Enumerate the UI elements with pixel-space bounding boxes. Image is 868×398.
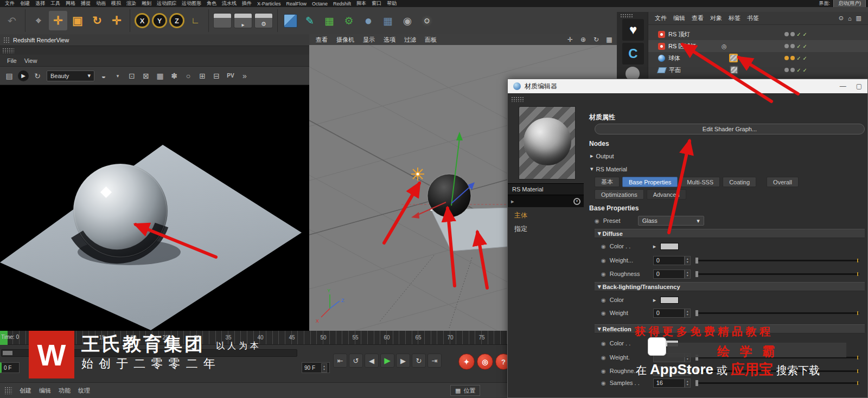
object-row[interactable]: RS 顶灯 ✓ ✓ — [648, 28, 868, 40]
region-circle-icon[interactable]: ○ — [182, 70, 194, 82]
menu-item[interactable]: 运动图形 — [179, 0, 204, 7]
metaball-icon[interactable]: ● — [359, 11, 378, 30]
drag-handle-icon[interactable] — [3, 37, 10, 43]
object-toggles[interactable]: ✓ ✓ — [784, 67, 807, 73]
menu-item[interactable]: 窗口 — [369, 0, 384, 7]
object-manager-menu-item[interactable]: 查看 — [692, 14, 704, 22]
radio-icon[interactable]: ◉ — [601, 355, 606, 361]
generator-gear-icon[interactable]: ⚙ — [340, 11, 358, 30]
pen-spline-icon[interactable]: ✎ — [301, 11, 319, 30]
crop-icon[interactable]: ⊡ — [126, 70, 138, 82]
radio-icon[interactable]: ◉ — [601, 258, 606, 264]
menu-item[interactable]: 模拟 — [108, 0, 124, 7]
menu-item[interactable]: 流水线 — [219, 0, 239, 7]
enabled-check-icon[interactable]: ✓ — [796, 55, 801, 61]
radio-icon[interactable]: ◉ — [595, 218, 599, 224]
enabled-check-icon[interactable]: ✓ — [803, 55, 807, 61]
render-button[interactable]: ✦ — [458, 354, 475, 370]
weight-input[interactable]: 0 — [653, 256, 685, 265]
drag-handle-icon[interactable] — [2, 48, 14, 53]
zoom-icon[interactable]: ⊕ — [578, 35, 589, 44]
copy-image-icon[interactable]: ⊟ — [210, 70, 222, 82]
drag-handle-icon[interactable] — [620, 14, 633, 18]
z-axis-lock-icon[interactable]: Z — [169, 13, 184, 28]
weight-input[interactable]: 0 — [653, 309, 685, 318]
enabled-check-icon[interactable]: ✓ — [803, 67, 807, 73]
play-backward-button[interactable]: ◀ — [365, 354, 379, 368]
menu-item[interactable]: X-Particles — [254, 1, 284, 7]
enabled-check-icon[interactable]: ✓ — [796, 43, 801, 49]
subdivision-surface-icon[interactable]: ▦ — [320, 11, 339, 30]
enabled-check-icon[interactable]: ✓ — [803, 43, 807, 49]
menu-item[interactable]: 动画 — [93, 0, 108, 7]
menu-item[interactable]: 运动跟踪 — [154, 0, 179, 7]
render-view-icon[interactable] — [213, 13, 232, 28]
diffuse-color-swatch[interactable] — [660, 243, 679, 250]
lock-icon[interactable]: ⊠ — [140, 70, 152, 82]
start-frame-field[interactable]: 0 F — [0, 362, 20, 373]
undo-icon[interactable]: ↶ — [3, 11, 21, 30]
object-toggles[interactable]: ✓ ✓ — [784, 43, 807, 49]
renderview-menu-item[interactable]: File — [4, 57, 20, 64]
area-light-gizmo[interactable] — [411, 168, 424, 181]
object-manager-menu-item[interactable]: 书签 — [747, 14, 759, 22]
snapshot-freeze-icon[interactable]: ✽ — [168, 70, 180, 82]
scale-tool-icon[interactable]: ▣ — [68, 11, 87, 30]
statusbar-menu-item[interactable]: 创建 — [20, 387, 31, 395]
drag-handle-icon[interactable] — [4, 387, 12, 394]
cinema4d-logo[interactable]: C — [622, 43, 644, 65]
samples-slider[interactable] — [695, 382, 859, 384]
tab-advanced[interactable]: Advanced — [647, 189, 686, 200]
object-name[interactable]: 球体 — [668, 54, 722, 62]
backlighting-section-header[interactable]: ▾ Back-lighting/Translucency — [595, 282, 865, 291]
search-icon[interactable]: ⊙ — [839, 15, 844, 22]
tab-coating[interactable]: Coating — [723, 177, 756, 187]
tab-multi-sss[interactable]: Multi-SSS — [680, 177, 720, 187]
value-stepper[interactable]: ▴▾ — [685, 269, 691, 279]
edit-shader-graph-button[interactable]: Edit Shader Graph... — [595, 124, 865, 134]
link-assign[interactable]: 指定 — [514, 224, 527, 234]
statusbar-menu-item[interactable]: 功能 — [59, 387, 71, 395]
object-row[interactable]: 球体 ✓ ✓ — [648, 52, 868, 64]
object-name[interactable]: 平面 — [669, 66, 722, 74]
rotate-tool-icon[interactable]: ↻ — [88, 11, 106, 30]
array-icon[interactable]: ▦ — [379, 11, 397, 30]
material-editor-titlebar[interactable]: 材质编辑器 — ▢ — [508, 79, 867, 93]
goto-end-button[interactable]: ⇥ — [427, 354, 442, 368]
home-icon[interactable]: ⌂ — [848, 15, 852, 22]
render-settings-button[interactable]: ◎ — [477, 354, 493, 370]
viewport-menu-item[interactable]: 选项 — [384, 36, 395, 44]
live-selection-icon[interactable]: ⌖ — [29, 11, 48, 30]
link-body[interactable]: 主体 — [514, 211, 527, 220]
minimize-icon[interactable]: — — [840, 82, 846, 90]
material-name-bar[interactable]: RS Material — [508, 183, 584, 195]
object-name[interactable]: RS 区域灯 — [668, 42, 722, 50]
pan-icon[interactable]: ✛ — [565, 35, 576, 44]
grid-icon[interactable]: ▦ — [154, 70, 166, 82]
sphere-object[interactable] — [427, 174, 471, 217]
radio-icon[interactable]: ◉ — [601, 297, 606, 303]
menu-item[interactable]: 插件 — [239, 0, 254, 7]
menu-item[interactable]: 选择 — [33, 0, 48, 7]
tri-right-icon[interactable]: ▸ — [511, 198, 514, 205]
material-tag-selected[interactable] — [729, 54, 738, 62]
tab-base-properties[interactable]: Base Properties — [622, 177, 678, 187]
object-manager-menu-item[interactable]: 编辑 — [673, 14, 685, 22]
menu-item[interactable]: 雕刻 — [139, 0, 154, 7]
orbit-icon[interactable]: ↻ — [591, 35, 602, 44]
viewport-menu-item[interactable]: 查看 — [316, 36, 328, 44]
render-play-icon[interactable]: ▶ — [18, 70, 29, 81]
tri-right-icon[interactable]: ▸ — [653, 297, 656, 304]
radio-icon[interactable]: ◉ — [601, 380, 606, 386]
menu-item[interactable]: 创建 — [17, 0, 33, 7]
light-icon[interactable]: ○ — [418, 11, 436, 30]
goto-start-button[interactable]: ⇤ — [333, 354, 347, 368]
backlighting-color-swatch[interactable] — [660, 297, 679, 304]
samples-input[interactable]: 16 — [653, 378, 685, 388]
move-tool-icon[interactable]: ✛ — [49, 11, 67, 30]
viewport-menu-item[interactable]: 过滤 — [404, 36, 416, 44]
camera-icon[interactable]: ◉ — [398, 11, 417, 30]
rs-material-node[interactable]: ▾ RS Material — [590, 165, 627, 172]
material-preview[interactable] — [519, 106, 576, 179]
menu-item[interactable]: Octane — [309, 1, 330, 7]
